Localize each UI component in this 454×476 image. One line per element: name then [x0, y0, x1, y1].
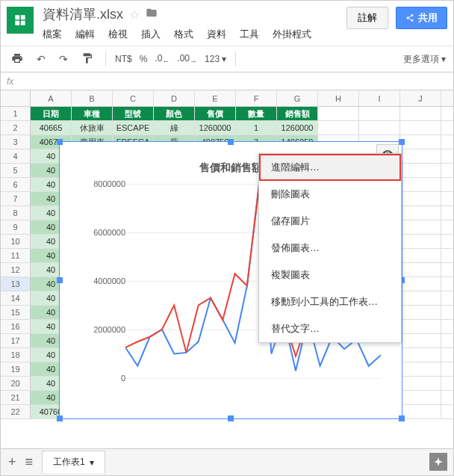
resize-handle[interactable] — [57, 139, 63, 145]
row-header[interactable]: 16 — [1, 320, 31, 333]
col-header[interactable]: C — [113, 90, 154, 106]
row-header[interactable]: 9 — [1, 220, 31, 234]
menu-插入[interactable]: 插入 — [141, 28, 161, 41]
context-menu-item[interactable]: 移動到小工具的工作表… — [259, 288, 401, 315]
row-header[interactable]: 19 — [1, 362, 31, 376]
row-header[interactable]: 10 — [1, 235, 31, 248]
sheets-app-icon — [7, 7, 34, 34]
row-header[interactable]: 12 — [1, 263, 31, 276]
menu-編輯[interactable]: 編輯 — [75, 28, 95, 41]
comment-button[interactable]: 註解 — [346, 7, 388, 29]
percent-format[interactable]: % — [140, 54, 148, 64]
menu-檢視[interactable]: 檢視 — [108, 28, 128, 41]
y-axis-tick: 8000000 — [93, 179, 125, 188]
cell[interactable]: 1260000 — [277, 121, 318, 135]
cell[interactable]: 1260000 — [195, 121, 236, 135]
currency-format[interactable]: NT$ — [115, 54, 132, 64]
resize-handle[interactable] — [399, 139, 405, 145]
resize-handle[interactable] — [228, 139, 234, 145]
context-menu-item[interactable]: 進階編輯… — [259, 154, 401, 181]
cell[interactable]: 40665 — [31, 121, 72, 135]
paint-format-icon[interactable] — [78, 49, 96, 69]
context-menu-item[interactable]: 刪除圖表 — [259, 181, 401, 208]
row-header[interactable]: 7 — [1, 192, 31, 205]
table-header-cell[interactable]: 日期 — [31, 107, 72, 120]
col-header[interactable]: E — [195, 90, 236, 106]
fx-label: fx — [7, 76, 13, 87]
table-header-cell[interactable]: 型號 — [113, 107, 154, 120]
more-options[interactable]: 更多選項 ▾ — [403, 53, 446, 66]
row-header[interactable]: 1 — [1, 107, 31, 120]
star-icon[interactable]: ☆ — [129, 7, 140, 22]
redo-icon[interactable]: ↷ — [56, 50, 71, 68]
table-header-cell[interactable]: 數量 — [236, 107, 277, 120]
folder-icon[interactable] — [146, 7, 158, 22]
decrease-decimal[interactable]: .0← — [155, 53, 170, 65]
col-header[interactable]: H — [318, 90, 359, 106]
row-header[interactable]: 22 — [1, 405, 31, 418]
row-header[interactable]: 13 — [1, 277, 31, 291]
number-format[interactable]: 123 ▾ — [205, 54, 226, 64]
col-header[interactable]: B — [72, 90, 113, 106]
row-header[interactable]: 17 — [1, 334, 31, 347]
row-header[interactable]: 3 — [1, 135, 31, 149]
menu-格式[interactable]: 格式 — [174, 28, 193, 41]
all-sheets-button[interactable]: ≡ — [25, 454, 34, 470]
add-sheet-button[interactable]: + — [8, 454, 16, 470]
menu-外掛程式[interactable]: 外掛程式 — [273, 28, 311, 41]
row-header[interactable]: 18 — [1, 348, 31, 362]
y-axis-tick: 2000000 — [93, 325, 125, 334]
context-menu-item[interactable]: 複製圖表 — [259, 262, 401, 288]
chart-context-menu: 進階編輯…刪除圖表儲存圖片發佈圖表…複製圖表移動到小工具的工作表…替代文字… — [258, 153, 402, 343]
chevron-down-icon: ▾ — [90, 457, 94, 468]
resize-handle[interactable] — [57, 415, 63, 421]
cell[interactable]: 1 — [236, 121, 277, 135]
resize-handle[interactable] — [399, 415, 405, 421]
context-menu-item[interactable]: 儲存圖片 — [259, 208, 401, 235]
col-header[interactable]: I — [359, 90, 400, 106]
cell[interactable]: 綠 — [154, 121, 195, 135]
row-header[interactable]: 6 — [1, 178, 31, 191]
y-axis-tick: 6000000 — [93, 228, 125, 237]
table-header-cell[interactable]: 車種 — [72, 107, 113, 120]
row-header[interactable]: 5 — [1, 164, 31, 177]
table-header-cell[interactable]: 銷售額 — [277, 107, 318, 120]
menu-資料[interactable]: 資料 — [207, 28, 226, 41]
cell[interactable]: 休旅車 — [72, 121, 113, 135]
select-all-corner[interactable] — [1, 90, 31, 106]
menu-工具[interactable]: 工具 — [240, 28, 259, 41]
row-header[interactable]: 8 — [1, 206, 31, 220]
row-header[interactable]: 20 — [1, 377, 31, 390]
undo-icon[interactable]: ↶ — [34, 50, 49, 68]
col-header[interactable]: J — [400, 90, 441, 106]
col-header[interactable]: A — [31, 90, 72, 106]
explore-button[interactable] — [429, 453, 447, 471]
row-header[interactable]: 21 — [1, 391, 31, 404]
table-header-cell[interactable]: 售價 — [195, 107, 236, 120]
row-header[interactable]: 15 — [1, 306, 31, 319]
row-header[interactable]: 4 — [1, 149, 31, 163]
row-header[interactable]: 2 — [1, 121, 31, 135]
sheet-tab[interactable]: 工作表1 ▾ — [42, 451, 105, 473]
share-button[interactable]: 共用 — [396, 7, 447, 29]
chart-object[interactable]: ▾ ✎ 售價和銷售額 02000000400000060000008000000… — [59, 141, 402, 419]
doc-title[interactable]: 資料清單.xlsx — [43, 5, 123, 23]
context-menu-item[interactable]: 發佈圖表… — [259, 235, 401, 262]
col-header[interactable]: D — [154, 90, 195, 106]
y-axis-tick: 4000000 — [93, 276, 125, 285]
print-icon[interactable] — [8, 49, 26, 69]
col-header[interactable]: G — [277, 90, 318, 106]
resize-handle[interactable] — [57, 277, 63, 283]
cell[interactable]: ESCAPE — [113, 121, 154, 135]
table-header-cell[interactable]: 顏色 — [154, 107, 195, 120]
row-header[interactable]: 14 — [1, 291, 31, 305]
row-header[interactable]: 11 — [1, 249, 31, 262]
context-menu-item[interactable]: 替代文字… — [259, 315, 401, 342]
col-header[interactable]: F — [236, 90, 277, 106]
resize-handle[interactable] — [228, 415, 234, 421]
increase-decimal[interactable]: .00→ — [177, 53, 197, 65]
menu-檔案[interactable]: 檔案 — [43, 28, 62, 41]
